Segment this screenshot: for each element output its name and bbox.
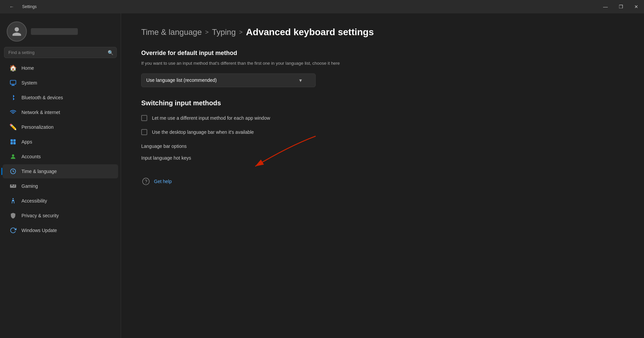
- sidebar-item-label: Personalization: [21, 124, 54, 130]
- search-icon: 🔍: [108, 50, 113, 55]
- sidebar-item-privacy-security[interactable]: Privacy & security: [3, 209, 118, 223]
- checkbox-item-2: Use the desktop language bar when it's a…: [141, 129, 624, 135]
- content-area: Time & language > Typing > Advanced keyb…: [121, 13, 644, 338]
- sidebar-item-gaming[interactable]: Gaming: [3, 179, 118, 193]
- checkbox-item-1: Let me use a different input method for …: [141, 115, 624, 121]
- links-section: Language bar options Input language hot …: [141, 143, 624, 165]
- input-language-hotkeys-link[interactable]: Input language hot keys: [141, 155, 624, 165]
- search-input[interactable]: [4, 47, 117, 58]
- language-bar-options-text: Language bar options: [141, 144, 186, 149]
- sidebar-item-label: Windows Update: [21, 228, 57, 233]
- breadcrumb-sep-2: >: [239, 29, 243, 36]
- svg-point-11: [143, 178, 149, 185]
- system-icon: [9, 79, 17, 87]
- sidebar-item-network[interactable]: Network & internet: [3, 105, 118, 119]
- maximize-button[interactable]: ❐: [613, 0, 629, 13]
- svg-rect-4: [13, 139, 16, 142]
- breadcrumb-segment-1[interactable]: Time & language: [141, 27, 202, 37]
- chevron-down-icon: ▾: [299, 77, 302, 83]
- sidebar-item-accessibility[interactable]: Accessibility: [3, 194, 118, 208]
- input-method-dropdown[interactable]: Use language list (recommended) ▾: [141, 73, 316, 87]
- search-box[interactable]: 🔍: [4, 47, 117, 58]
- accounts-icon: [9, 153, 17, 160]
- sidebar-item-accounts[interactable]: Accounts: [3, 150, 118, 164]
- svg-rect-5: [11, 142, 13, 145]
- override-section-title: Override for default input method: [141, 50, 624, 57]
- apps-icon: [9, 138, 17, 146]
- checkbox-desktop-langbar[interactable]: [141, 129, 147, 135]
- avatar: [7, 21, 27, 42]
- get-help-link[interactable]: Get help: [154, 179, 172, 184]
- back-button[interactable]: ←: [4, 0, 19, 13]
- svg-rect-1: [12, 85, 14, 86]
- sidebar-item-label: Home: [21, 65, 34, 71]
- breadcrumb-current: Advanced keyboard settings: [246, 27, 374, 38]
- sidebar-item-label: Time & language: [21, 169, 57, 174]
- home-icon: 🏠: [9, 64, 17, 72]
- time-language-icon: [9, 168, 17, 175]
- svg-rect-2: [11, 86, 15, 86]
- get-help-icon: [141, 177, 151, 186]
- svg-point-7: [12, 154, 14, 157]
- gaming-icon: [9, 182, 17, 190]
- sidebar-item-label: Network & internet: [21, 110, 60, 115]
- bluetooth-icon: [9, 94, 17, 101]
- titlebar: ← Settings — ❐ ✕: [0, 0, 644, 13]
- checkbox-1-label: Let me use a different input method for …: [152, 115, 270, 121]
- window-controls: — ❐ ✕: [598, 0, 644, 13]
- svg-point-13: [146, 183, 146, 183]
- minimize-button[interactable]: —: [598, 0, 613, 13]
- get-help-section: Get help: [141, 177, 624, 186]
- app-title: Settings: [22, 4, 37, 9]
- sidebar-item-label: Accessibility: [21, 198, 47, 204]
- accessibility-icon: [9, 197, 17, 205]
- svg-rect-3: [11, 139, 13, 142]
- sidebar: 🔍 🏠 Home System Bluetooth & devices Netw…: [0, 13, 121, 338]
- user-icon: [11, 26, 22, 37]
- breadcrumb: Time & language > Typing > Advanced keyb…: [141, 27, 624, 38]
- sidebar-item-windows-update[interactable]: Windows Update: [3, 223, 118, 237]
- input-language-hotkeys-text: Input language hot keys: [141, 155, 191, 161]
- personalization-icon: ✏️: [9, 123, 17, 131]
- sidebar-item-label: Accounts: [21, 154, 41, 159]
- sidebar-item-personalization[interactable]: ✏️ Personalization: [3, 120, 118, 134]
- language-bar-options-link[interactable]: Language bar options: [141, 143, 624, 153]
- switching-section-title: Switching input methods: [141, 99, 624, 107]
- profile-name-blur: [31, 28, 78, 35]
- switching-section-container: Switching input methods Let me use a dif…: [141, 99, 624, 165]
- sidebar-item-home[interactable]: 🏠 Home: [3, 61, 118, 75]
- sidebar-item-bluetooth[interactable]: Bluetooth & devices: [3, 91, 118, 105]
- checkbox-2-label: Use the desktop language bar when it's a…: [152, 129, 254, 135]
- close-button[interactable]: ✕: [629, 0, 644, 13]
- sidebar-item-time-language[interactable]: Time & language: [3, 164, 118, 178]
- sidebar-item-label: Gaming: [21, 183, 38, 189]
- privacy-security-icon: [9, 212, 17, 219]
- app-body: 🔍 🏠 Home System Bluetooth & devices Netw…: [0, 13, 644, 338]
- svg-rect-0: [10, 80, 16, 84]
- sidebar-item-label: Privacy & security: [21, 213, 59, 218]
- windows-update-icon: [9, 227, 17, 234]
- sidebar-item-label: Bluetooth & devices: [21, 95, 63, 100]
- dropdown-value: Use language list (recommended): [146, 77, 217, 83]
- sidebar-item-system[interactable]: System: [3, 76, 118, 90]
- override-section-desc: If you want to use an input method that'…: [141, 60, 342, 67]
- breadcrumb-segment-2[interactable]: Typing: [212, 27, 236, 37]
- sidebar-item-label: Apps: [21, 139, 32, 145]
- sidebar-item-apps[interactable]: Apps: [3, 135, 118, 149]
- sidebar-item-label: System: [21, 80, 37, 86]
- network-icon: [9, 109, 17, 116]
- profile-section: [0, 13, 121, 47]
- svg-rect-6: [13, 142, 16, 145]
- checkbox-different-input[interactable]: [141, 115, 147, 121]
- breadcrumb-sep-1: >: [205, 29, 209, 36]
